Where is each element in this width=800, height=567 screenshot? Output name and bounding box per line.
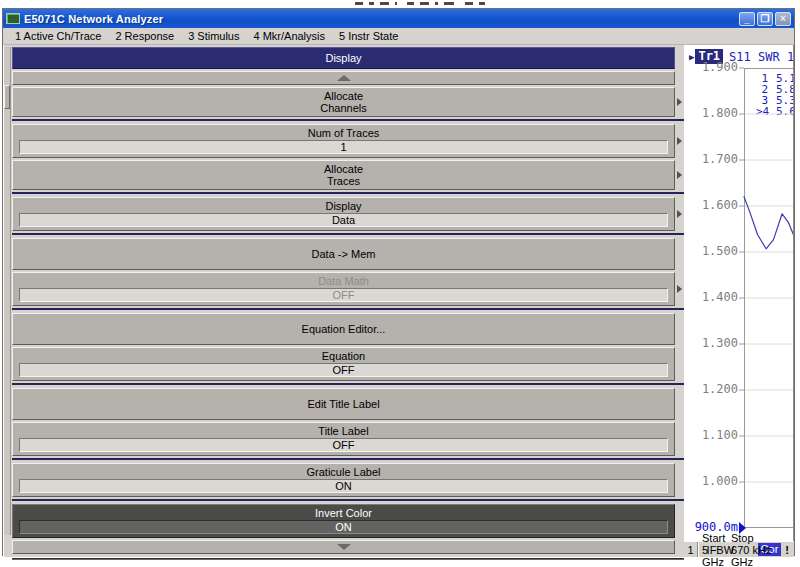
softkey-data-math[interactable]: Data MathOFF <box>12 272 675 306</box>
active-trace-arrow-icon: ▶ <box>689 52 694 62</box>
submenu-arrow-icon <box>677 210 682 218</box>
submenu-arrow-icon <box>677 285 682 293</box>
softkey-data-mem[interactable]: Data -> Mem <box>12 238 675 270</box>
submenu-arrow-icon <box>677 98 682 106</box>
menu-bar: 1 Active Ch/Trace2 Response3 Stimulus4 M… <box>3 28 794 45</box>
title-bar: E5071C Network Analyzer _ ❐ × <box>3 9 794 28</box>
softkey-label: Allocate <box>14 90 673 102</box>
softkey-label: Channels <box>14 102 673 114</box>
cropped-text-artifact <box>355 2 545 6</box>
graph-area: ▶ Tr1 S11 SWR 100.0m/ Ref 900.0m [F1] 15… <box>684 45 794 541</box>
correction-badge: Cor <box>758 543 782 556</box>
softkey-display[interactable]: DisplayData <box>12 197 675 231</box>
softkey-label: Display <box>14 200 673 212</box>
softkey-group-separator <box>12 192 684 194</box>
softkey-title-label[interactable]: Title LabelOFF <box>12 422 675 456</box>
menu-item-4[interactable]: 4 Mkr/Analysis <box>246 29 332 44</box>
softkey-scroll-down-button[interactable] <box>12 540 675 554</box>
y-axis-label: 1.900 <box>692 61 738 74</box>
close-button[interactable]: × <box>775 12 791 26</box>
softkey-value: ON <box>19 479 668 493</box>
softkey-group-separator <box>12 233 684 235</box>
y-axis-label: 1.000 <box>692 475 738 488</box>
menu-item-2[interactable]: 2 Response <box>108 29 181 44</box>
softkey-label: Data -> Mem <box>14 248 673 260</box>
softkey-label: Edit Title Label <box>14 398 673 410</box>
y-axis-label: 1.200 <box>692 383 738 396</box>
softkey-sidebar: Display AllocateChannelsNum of Traces1Al… <box>3 45 684 557</box>
softkey-group-separator <box>12 458 684 460</box>
softkey-group-separator <box>12 383 684 385</box>
sidebar-bottom-panel <box>12 558 684 560</box>
softkey-allocate-channels[interactable]: AllocateChannels <box>12 87 675 117</box>
softkey-scroll-up-button[interactable] <box>12 71 675 85</box>
app-window: E5071C Network Analyzer _ ❐ × 1 Active C… <box>2 8 795 556</box>
minimize-button[interactable]: _ <box>739 12 755 26</box>
sidebar-scrollbar[interactable] <box>4 47 11 535</box>
softkey-value: ON <box>19 520 668 534</box>
y-axis-label: 1.600 <box>692 199 738 212</box>
softkey-label: Invert Color <box>14 507 673 519</box>
restore-button[interactable]: ❐ <box>757 12 773 26</box>
softkey-label: Equation <box>14 350 673 362</box>
screenshot-page: E5071C Network Analyzer _ ❐ × 1 Active C… <box>0 0 800 567</box>
softkey-label: Title Label <box>14 425 673 437</box>
trace-tr1 <box>744 169 794 453</box>
y-axis-label: 1.700 <box>692 153 738 166</box>
scroll-up-icon <box>337 75 351 81</box>
y-axis-label: 1.300 <box>692 337 738 350</box>
softkey-group-separator <box>12 308 684 310</box>
softkey-edit-title-label[interactable]: Edit Title Label <box>12 388 675 420</box>
y-axis-label: 1.100 <box>692 429 738 442</box>
softkey-equation-editor[interactable]: Equation Editor... <box>12 313 675 345</box>
status-alert: ! <box>785 544 791 556</box>
softkey-value: OFF <box>19 438 668 452</box>
menu-item-5[interactable]: 5 Instr State <box>332 29 405 44</box>
softkey-label: Graticule Label <box>14 466 673 478</box>
window-title: E5071C Network Analyzer <box>24 13 739 25</box>
softkey-label: Equation Editor... <box>14 323 673 335</box>
menu-item-3[interactable]: 3 Stimulus <box>181 29 246 44</box>
status-stop-frequency: Stop 6 GHz <box>731 532 754 567</box>
softkey-label: Data Math <box>14 275 673 287</box>
status-start-frequency: Start 5 GHz <box>698 542 731 557</box>
softkey-graticule-label[interactable]: Graticule LabelON <box>12 463 675 497</box>
softkey-value: Data <box>19 213 668 227</box>
softkey-group-separator <box>12 499 684 501</box>
menu-item-1[interactable]: 1 Active Ch/Trace <box>8 29 108 44</box>
y-axis-label: 1.500 <box>692 245 738 258</box>
softkey-invert-color[interactable]: Invert ColorON <box>12 504 675 538</box>
softkey-label: Allocate <box>14 163 673 175</box>
status-bar: IFBW 70 kHz 1 Start 5 GHz Stop 6 GHz Cor… <box>684 541 794 557</box>
y-axis-label: 1.800 <box>692 107 738 120</box>
softkey-group-separator <box>12 119 684 121</box>
sidebar-scrollbar-thumb[interactable] <box>4 85 10 109</box>
scroll-down-icon <box>337 544 351 550</box>
submenu-arrow-icon <box>677 171 682 179</box>
softkey-menu-title: Display <box>12 47 675 69</box>
softkey-value: OFF <box>19 288 668 302</box>
softkey-value: OFF <box>19 363 668 377</box>
swr-plot: 11234 <box>738 68 794 541</box>
softkey-equation[interactable]: EquationOFF <box>12 347 675 381</box>
softkey-label: Num of Traces <box>14 127 673 139</box>
softkey-allocate-traces[interactable]: AllocateTraces <box>12 160 675 190</box>
app-icon <box>6 13 20 24</box>
softkey-num-of-traces[interactable]: Num of Traces1 <box>12 124 675 158</box>
softkey-value: 1 <box>19 140 668 154</box>
softkey-label: Traces <box>14 175 673 187</box>
submenu-arrow-icon <box>677 137 682 145</box>
status-channel-number: 1 <box>684 542 698 557</box>
trace-definition: S11 SWR 100.0m/ Ref 900.0m [F1] <box>729 50 794 64</box>
y-axis-label: 1.400 <box>692 291 738 304</box>
